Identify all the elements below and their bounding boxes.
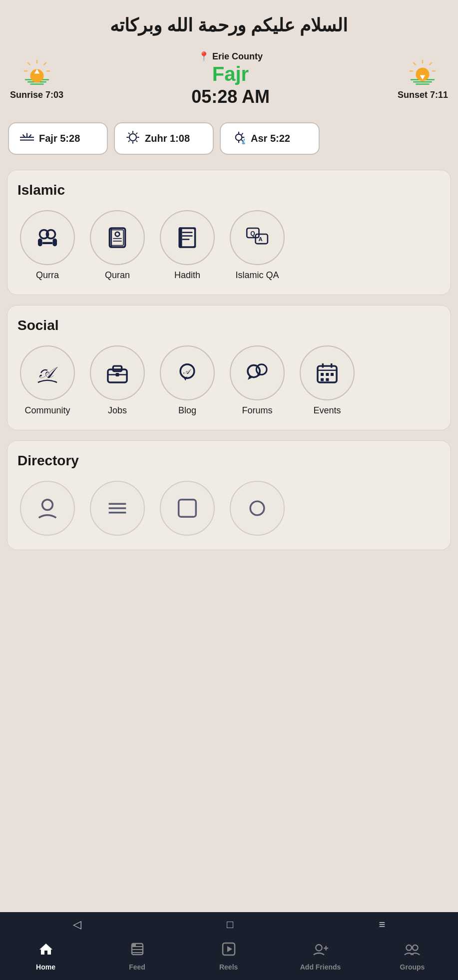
sunset-block: Sunset 7:11	[398, 58, 448, 100]
sunset-icon	[408, 58, 438, 88]
groups-nav-label: Groups	[400, 963, 425, 971]
svg-rect-76	[321, 373, 324, 376]
svg-point-86	[250, 501, 264, 515]
svg-point-95	[316, 945, 322, 951]
directory-icon-grid	[17, 481, 441, 536]
zuhr-icon	[126, 130, 140, 147]
qurra-item[interactable]: Qurra	[17, 210, 77, 281]
directory-icon-3	[160, 481, 215, 536]
svg-line-31	[136, 140, 137, 142]
directory-section: Directory	[7, 440, 451, 550]
svg-rect-85	[179, 500, 196, 517]
community-label: Community	[24, 405, 70, 416]
sunset-label: Sunset 7:11	[398, 90, 448, 100]
directory-item-3[interactable]	[157, 481, 217, 536]
islamic-qa-label: Islamic QA	[235, 270, 279, 281]
groups-nav-icon	[404, 942, 421, 960]
center-prayer-block: 📍 Erie County Fajr 05:28 AM	[191, 51, 270, 107]
quran-item[interactable]: Quran	[87, 210, 147, 281]
forums-item[interactable]: Forums	[227, 345, 287, 416]
blog-icon: 𝒜	[160, 345, 215, 400]
islamic-qa-item[interactable]: QA Islamic QA	[227, 210, 287, 281]
directory-icon-1	[20, 481, 75, 536]
svg-point-71	[256, 364, 267, 375]
events-label: Events	[313, 405, 341, 416]
forums-icon	[230, 345, 285, 400]
quran-label: Quran	[105, 270, 130, 281]
current-prayer-time: 05:28 AM	[191, 86, 270, 107]
svg-rect-53	[180, 229, 194, 247]
location-name: Erie County	[212, 51, 263, 62]
asr-icon	[232, 130, 246, 147]
svg-rect-79	[321, 378, 324, 381]
svg-rect-44	[52, 239, 57, 247]
sunrise-block: Sunrise 7:03	[10, 58, 63, 100]
svg-rect-57	[179, 227, 182, 248]
system-nav-bar: ◁ □ ≡	[0, 912, 458, 937]
prayer-pill-fajr[interactable]: Fajr 5:28	[8, 122, 108, 155]
svg-text:𝒜: 𝒜	[39, 364, 58, 381]
events-icon	[300, 345, 355, 400]
current-prayer-name: Fajr	[212, 63, 249, 85]
location-row: 📍 Erie County	[198, 51, 263, 62]
blog-label: Blog	[178, 405, 196, 416]
svg-line-3	[27, 62, 30, 65]
nav-groups[interactable]: Groups	[392, 942, 432, 971]
svg-line-32	[136, 133, 137, 134]
community-icon: 𝒜	[20, 345, 75, 400]
svg-rect-78	[331, 373, 334, 376]
hadith-label: Hadith	[174, 270, 200, 281]
svg-rect-66	[116, 373, 119, 376]
islamic-icon-grid: Qurra Quran Hadith QA Islamic QA	[17, 210, 441, 281]
svg-point-98	[407, 945, 412, 951]
svg-rect-80	[326, 378, 329, 381]
prayer-pill-asr[interactable]: Asr 5:22	[220, 122, 320, 155]
prayer-pill-zuhr[interactable]: Zuhr 1:08	[114, 122, 214, 155]
social-icon-grid: 𝒜 Community Jobs 𝒜 Blog	[17, 345, 441, 416]
svg-line-30	[128, 133, 130, 134]
nav-feed[interactable]: Feed	[117, 942, 157, 971]
directory-item-1[interactable]	[17, 481, 77, 536]
svg-point-99	[413, 945, 418, 951]
arabic-greeting: السلام عليكم ورحمة الله وبركاته	[0, 0, 458, 46]
quran-icon	[90, 210, 145, 265]
bottom-navigation: Home Feed Reels Add Friends Groups	[0, 935, 458, 980]
directory-item-2[interactable]	[87, 481, 147, 536]
islamic-section-title: Islamic	[17, 182, 441, 198]
back-button[interactable]: ◁	[73, 918, 81, 931]
directory-section-title: Directory	[17, 453, 441, 469]
social-section-title: Social	[17, 318, 441, 333]
svg-text:A: A	[259, 236, 263, 242]
nav-add-friends[interactable]: Add Friends	[300, 942, 341, 971]
home-button[interactable]: □	[227, 918, 233, 931]
home-nav-label: Home	[36, 963, 55, 971]
reels-nav-label: Reels	[219, 963, 238, 971]
social-section: Social 𝒜 Community Jobs 𝒜	[7, 305, 451, 430]
prayer-strip: Fajr 5:28 Zuhr 1:08 Asr 5:22	[0, 117, 458, 165]
add-friends-nav-label: Add Friends	[300, 963, 341, 971]
jobs-item[interactable]: Jobs	[87, 345, 147, 416]
feed-nav-label: Feed	[129, 963, 145, 971]
nav-home[interactable]: Home	[26, 942, 66, 971]
svg-rect-43	[38, 239, 42, 247]
location-pin-icon: 📍	[198, 51, 209, 62]
svg-point-48	[115, 232, 120, 237]
fajr-time-label: Fajr 5:28	[39, 133, 80, 144]
svg-line-11	[430, 62, 432, 65]
reels-nav-icon	[221, 942, 236, 960]
menu-button[interactable]: ≡	[379, 918, 386, 931]
forums-label: Forums	[242, 405, 272, 416]
directory-item-4[interactable]	[227, 481, 287, 536]
jobs-label: Jobs	[108, 405, 127, 416]
hadith-item[interactable]: Hadith	[157, 210, 217, 281]
svg-marker-87	[39, 944, 52, 955]
events-item[interactable]: Events	[297, 345, 357, 416]
nav-reels[interactable]: Reels	[209, 942, 249, 971]
blog-item[interactable]: 𝒜 Blog	[157, 345, 217, 416]
svg-line-1	[43, 62, 46, 65]
sunrise-label: Sunrise 7:03	[10, 90, 63, 100]
sunrise-icon	[22, 58, 52, 88]
svg-line-33	[128, 140, 130, 142]
zuhr-time-label: Zuhr 1:08	[145, 133, 190, 144]
community-item[interactable]: 𝒜 Community	[17, 345, 77, 416]
